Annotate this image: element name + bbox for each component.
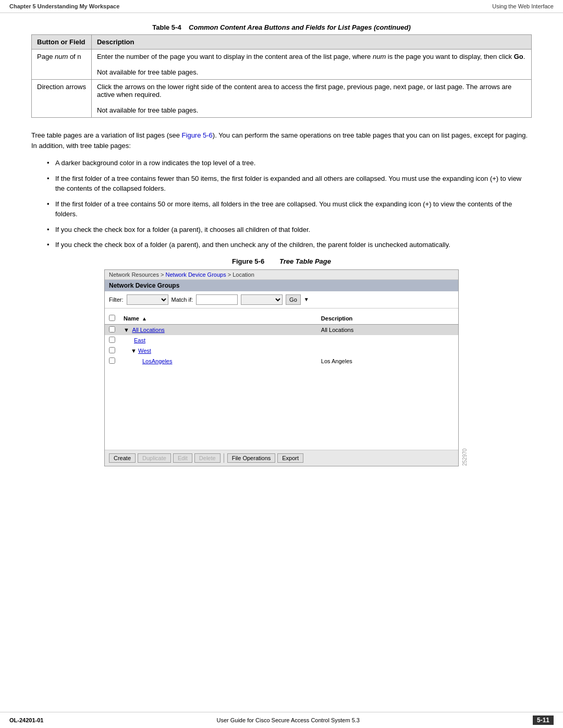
match-if-label: Match if: (172, 297, 193, 303)
duplicate-button[interactable]: Duplicate (138, 453, 171, 463)
main-content: Table 5-4 Common Content Area Buttons an… (0, 13, 563, 498)
table-row: ▼ West (105, 346, 458, 356)
expand-icon[interactable]: ▼ (124, 327, 129, 333)
body-paragraph: Tree table pages are a variation of list… (31, 130, 532, 151)
row-description-cell (317, 346, 458, 356)
field-name-direction: Direction arrows (32, 80, 92, 118)
filter-arrow-icon[interactable]: ▼ (304, 297, 309, 302)
footer-page-number: 5-11 (533, 715, 554, 725)
figure-screenshot: Network Resources > Network Device Group… (104, 269, 459, 466)
table-row: Page num of n Enter the number of the pa… (32, 50, 532, 80)
watermark: 252970 (462, 299, 468, 466)
table-row: LosAngeles Los Angeles (105, 356, 458, 366)
row-description-cell: All Locations (317, 324, 458, 335)
footer-title: User Guide for Cisco Secure Access Contr… (216, 717, 360, 723)
footer-bar: OL-24201-01 User Guide for Cisco Secure … (0, 712, 563, 728)
go-button[interactable]: Go (286, 294, 301, 305)
screenshot-footer: Create Duplicate Edit Delete File Operat… (105, 450, 458, 466)
list-item: If you check the check box of a folder (… (47, 240, 532, 250)
separator (224, 453, 224, 463)
delete-button[interactable]: Delete (194, 453, 221, 463)
row-name-cell: ▼ West (119, 346, 317, 356)
select-all-checkbox[interactable] (109, 315, 115, 321)
table-caption: Table 5-4 Common Content Area Buttons an… (31, 23, 532, 31)
location-link[interactable]: LosAngeles (142, 358, 173, 364)
table-row: Direction arrows Click the arrows on the… (32, 80, 532, 118)
sort-icon[interactable]: ▲ (142, 316, 147, 322)
row-checkbox-cell (105, 324, 119, 335)
location-link[interactable]: West (138, 348, 151, 354)
list-item: If you check the check box for a folder … (47, 225, 532, 235)
row-description-cell: Los Angeles (317, 356, 458, 366)
table-row: East (105, 335, 458, 346)
screenshot-data-table: Name ▲ Description (105, 313, 458, 366)
row-checkbox-cell (105, 335, 119, 346)
screenshot-title: Network Device Groups (105, 280, 458, 291)
col-header-field: Button or Field (32, 35, 92, 50)
expand-icon[interactable]: ▼ (131, 348, 137, 354)
top-bar: Chapter 5 Understanding My Workspace Usi… (0, 0, 563, 13)
filter-select[interactable] (127, 294, 168, 305)
match-if-input[interactable] (196, 294, 238, 305)
col-description-header: Description (317, 313, 458, 325)
screenshot-breadcrumb: Network Resources > Network Device Group… (105, 270, 458, 280)
row-name-cell: ▼ All Locations (119, 324, 317, 335)
field-desc-direction: Click the arrows on the lower right side… (91, 80, 531, 118)
list-item: If the first folder of a tree contains f… (47, 174, 532, 194)
field-name-page: Page num of n (32, 50, 92, 80)
chapter-header: Chapter 5 Understanding My Workspace (9, 3, 119, 9)
row-description-cell (317, 335, 458, 346)
filter-label: Filter: (109, 297, 124, 303)
create-button[interactable]: Create (109, 453, 136, 463)
field-desc-page: Enter the number of the page you want to… (91, 50, 531, 80)
col-name-header: Name ▲ (119, 313, 317, 325)
col-header-description: Description (91, 35, 531, 50)
table-row: ▼ All Locations All Locations (105, 324, 458, 335)
breadcrumb-link[interactable]: Network Device Groups (166, 272, 226, 278)
location-link[interactable]: All Locations (132, 327, 164, 333)
col-checkbox-header (105, 313, 119, 325)
row-checkbox[interactable] (109, 357, 115, 364)
list-item: A darker background color in a row indic… (47, 158, 532, 168)
figure-caption: Figure 5-6 Tree Table Page (31, 257, 532, 265)
row-checkbox-cell (105, 356, 119, 366)
content-table: Button or Field Description Page num of … (31, 34, 532, 118)
export-button[interactable]: Export (277, 453, 303, 463)
match-select[interactable] (241, 294, 283, 305)
edit-button[interactable]: Edit (173, 453, 192, 463)
section-header: Using the Web Interface (492, 3, 554, 9)
file-operations-button[interactable]: File Operations (227, 453, 276, 463)
row-name-cell: East (119, 335, 317, 346)
row-name-cell: LosAngeles (119, 356, 317, 366)
row-checkbox-cell (105, 346, 119, 356)
screenshot-filter-bar: Filter: Match if: Go ▼ (105, 291, 458, 309)
list-item: If the first folder of a tree contains 5… (47, 199, 532, 219)
row-checkbox[interactable] (109, 326, 115, 332)
location-link[interactable]: East (134, 337, 145, 343)
screenshot-table-area: Name ▲ Description (105, 313, 458, 366)
footer-doc-id: OL-24201-01 (9, 717, 43, 723)
row-checkbox[interactable] (109, 337, 115, 343)
bullet-list: A darker background color in a row indic… (47, 158, 532, 250)
screenshot-empty-area (105, 366, 458, 450)
row-checkbox[interactable] (109, 347, 115, 353)
figure-link[interactable]: Figure 5-6 (182, 131, 213, 139)
